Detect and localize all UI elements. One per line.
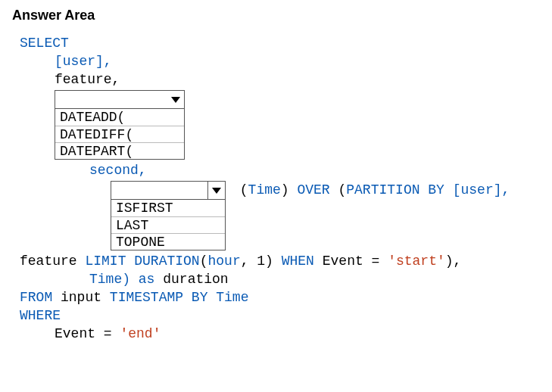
txt: Event = xyxy=(55,326,120,341)
kw-limit: LIMIT xyxy=(85,254,126,269)
kw-by: BY xyxy=(419,182,444,198)
col-user: [user], xyxy=(55,54,112,69)
date-function-dropdown[interactable]: DATEADD( DATEDIFF( DATEPART( xyxy=(55,90,185,160)
kw-time2: Time) xyxy=(89,272,139,287)
kw-second: second, xyxy=(89,163,147,178)
sql-from-line: FROM input TIMESTAMP BY Time xyxy=(20,288,549,306)
txt: ), xyxy=(445,254,462,269)
svg-marker-1 xyxy=(212,188,221,194)
chevron-down-icon xyxy=(167,96,184,104)
sql-where-cond: Event = 'end' xyxy=(20,325,549,343)
sql-feature-col: feature, xyxy=(20,70,549,89)
window-function-option[interactable]: ISFIRST xyxy=(111,200,225,216)
txt: ( xyxy=(330,182,347,198)
kw-time3: Time xyxy=(207,290,248,305)
sql-limit-duration-line: feature LIMIT DURATION(hour, 1) WHEN Eve… xyxy=(20,252,549,270)
kw-as: as xyxy=(139,272,155,287)
sql-where-kw: WHERE xyxy=(20,306,549,325)
txt: ) xyxy=(281,182,298,198)
kw-partition: PARTITION xyxy=(346,182,419,198)
kw-time: Time xyxy=(248,182,281,198)
str-end: 'end' xyxy=(120,326,161,341)
sql-duration-alias-line: Time) as duration xyxy=(20,270,549,288)
chevron-down-icon xyxy=(207,182,225,199)
kw-hour: hour xyxy=(207,254,240,269)
window-function-option[interactable]: LAST xyxy=(111,216,225,233)
kw-duration: DURATION xyxy=(134,254,199,269)
kw-when: WHEN xyxy=(282,254,314,269)
txt: ( xyxy=(200,254,208,269)
date-function-option[interactable]: DATEADD( xyxy=(55,109,184,126)
col-feature: feature, xyxy=(55,72,120,87)
txt xyxy=(126,254,134,269)
kw-over: OVER xyxy=(297,182,329,198)
txt: input xyxy=(52,290,110,305)
window-function-dropdown[interactable]: ISFIRST LAST TOPONE xyxy=(111,181,226,250)
answer-area-heading: Answer Area xyxy=(12,8,549,23)
col-user2: [user], xyxy=(444,182,510,198)
sql-user-col: [user], xyxy=(20,52,549,70)
kw-where: WHERE xyxy=(20,308,61,323)
sql-select: SELECT xyxy=(20,34,549,52)
svg-marker-0 xyxy=(171,97,180,103)
kw-by2: BY xyxy=(183,290,207,305)
txt: ( xyxy=(232,182,248,198)
date-function-option[interactable]: DATEDIFF( xyxy=(55,126,184,142)
kw-from: FROM xyxy=(20,290,52,305)
window-function-selected xyxy=(111,182,207,199)
kw-timestamp: TIMESTAMP xyxy=(110,290,183,305)
str-start: 'start' xyxy=(388,254,445,269)
txt: feature xyxy=(20,254,85,269)
kw-select: SELECT xyxy=(20,36,69,51)
sql-second-arg: second, xyxy=(20,161,549,179)
over-partition-clause: (Time) OVER (PARTITION BY [user], xyxy=(226,181,510,199)
txt: Event = xyxy=(314,254,388,269)
alias-duration: duration xyxy=(154,272,228,287)
window-function-option[interactable]: TOPONE xyxy=(111,233,225,250)
txt: , 1) xyxy=(241,254,282,269)
date-function-option[interactable]: DATEPART( xyxy=(55,142,184,159)
